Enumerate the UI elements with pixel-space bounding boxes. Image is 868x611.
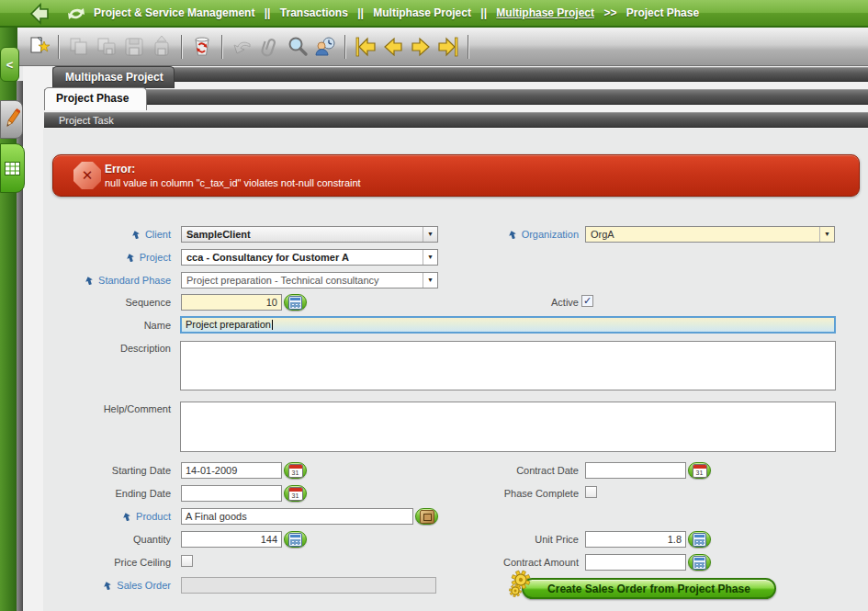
first-record-icon[interactable]	[354, 35, 378, 59]
standard-phase-dropdown[interactable]: Project preparation - Technical consulta…	[181, 272, 438, 289]
client-label: Client	[42, 227, 171, 243]
unit-price-calculator-button[interactable]	[688, 531, 711, 548]
unit-price-label: Unit Price	[450, 532, 579, 548]
quantity-calculator-button[interactable]	[284, 531, 307, 548]
back-icon[interactable]	[28, 3, 52, 25]
calculator-icon	[693, 556, 706, 570]
refresh-icon[interactable]	[64, 3, 88, 25]
error-message: null value in column "c_tax_id" violates…	[105, 177, 361, 188]
help-comment-label: Help/Comment	[42, 402, 171, 417]
breadcrumb-menu: Project & Service Management	[94, 6, 254, 19]
client-dropdown[interactable]: SampleClient ▼	[181, 226, 438, 243]
toolbar-separator	[181, 35, 183, 59]
next-record-icon[interactable]	[409, 35, 433, 59]
sequence-calculator-button[interactable]	[284, 294, 307, 311]
breadcrumb-parent-tab-link[interactable]: Multiphase Project	[496, 6, 594, 19]
copy-record-icon	[67, 35, 91, 59]
calendar-icon: 31	[288, 464, 303, 478]
last-record-icon[interactable]	[436, 35, 460, 59]
zoom-field-icon	[132, 231, 140, 239]
check-icon: ✓	[583, 295, 592, 306]
sequence-label: Sequence	[42, 295, 171, 311]
error-banner: ✕ Error: null value in column "c_tax_id"…	[52, 154, 860, 197]
chevron-down-icon: ▼	[819, 227, 834, 242]
grid-icon	[5, 162, 20, 175]
sidebar-tab-edit[interactable]	[0, 100, 23, 139]
product-label: Product	[42, 509, 171, 525]
sidebar-tab-grid-view[interactable]	[0, 143, 25, 193]
toolbar-separator	[468, 35, 469, 59]
parent-tab-bar	[52, 67, 868, 82]
active-checkbox[interactable]: ✓	[581, 295, 593, 307]
price-ceiling-checkbox[interactable]	[181, 555, 193, 567]
breadcrumb-transactions: Transactions	[280, 6, 348, 19]
chevron-down-icon: ▼	[423, 273, 437, 288]
create-sales-order-button[interactable]: Create Sales Order from Project Phase	[522, 578, 776, 599]
chevron-left-icon: <	[6, 58, 14, 72]
error-title: Error:	[105, 163, 135, 175]
calculator-icon	[693, 533, 706, 547]
ending-date-calendar-button[interactable]: 31	[284, 485, 307, 502]
toolbar-separator	[344, 35, 346, 59]
chevron-down-icon: ▼	[423, 227, 437, 242]
quantity-label: Quantity	[42, 532, 171, 548]
phase-complete-checkbox[interactable]	[585, 486, 597, 498]
product-input[interactable]: A Final goods	[181, 508, 413, 525]
breadcrumb-current-tab: Project Phase	[626, 6, 699, 19]
zoom-icon[interactable]	[286, 35, 310, 59]
tab-project-phase[interactable]: Project Phase	[44, 87, 147, 110]
product-lookup-button[interactable]	[415, 508, 438, 525]
price-ceiling-label: Price Ceiling	[42, 555, 171, 571]
help-comment-textarea[interactable]	[180, 402, 836, 452]
zoom-field-icon	[123, 513, 130, 521]
starting-date-input[interactable]: 14-01-2009	[181, 462, 282, 479]
contract-date-calendar-button[interactable]: 31	[688, 462, 711, 479]
application-window: Project & Service Management || Transact…	[0, 0, 868, 611]
attachment-icon[interactable]	[258, 35, 282, 59]
zoom-field-icon	[127, 254, 134, 262]
contract-date-input[interactable]	[585, 462, 686, 479]
sales-order-label: Sales Order	[42, 578, 171, 594]
contract-amount-calculator-button[interactable]	[688, 554, 711, 571]
project-dropdown[interactable]: cca - Consultancy for Customer A ▼	[181, 249, 438, 266]
zoom-field-icon	[104, 582, 111, 590]
zoom-field-icon	[85, 277, 93, 285]
error-icon: ✕	[73, 162, 101, 189]
organization-dropdown[interactable]: OrgA ▼	[585, 226, 835, 243]
organization-label: Organization	[450, 227, 579, 243]
ending-date-input[interactable]	[181, 485, 282, 502]
sales-order-input	[181, 577, 436, 594]
calculator-icon	[288, 296, 302, 310]
description-textarea[interactable]	[180, 341, 836, 390]
starting-date-calendar-button[interactable]: 31	[284, 462, 307, 479]
name-input[interactable]: Project preparation	[180, 316, 836, 334]
chevron-down-icon: ▼	[423, 250, 437, 265]
collapse-panel-button[interactable]: <	[0, 47, 19, 82]
project-label: Project	[42, 250, 171, 266]
active-tab-bar	[44, 89, 868, 105]
tab-multiphase-project[interactable]: Multiphase Project	[52, 66, 175, 88]
contract-date-label: Contract Date	[450, 463, 579, 479]
new-record-icon[interactable]	[27, 35, 51, 59]
calendar-icon: 31	[693, 464, 707, 478]
toolbar	[0, 28, 868, 66]
text-caret	[272, 320, 273, 330]
process-gears-icon	[507, 568, 538, 599]
delete-record-icon[interactable]	[190, 35, 214, 59]
zoom-field-icon	[509, 231, 516, 239]
starting-date-label: Starting Date	[42, 463, 171, 479]
tab-project-task[interactable]: Project Task	[44, 112, 868, 128]
contract-amount-input[interactable]	[585, 554, 686, 571]
standard-phase-label: Standard Phase	[42, 273, 171, 289]
undo-changes-icon	[150, 35, 174, 59]
sequence-input[interactable]: 10	[181, 294, 282, 311]
toolbar-separator	[58, 35, 60, 59]
change-history-icon[interactable]	[313, 35, 337, 59]
calendar-icon: 31	[288, 487, 303, 501]
calculator-icon	[288, 533, 302, 547]
toolbar-separator	[221, 35, 223, 59]
quantity-input[interactable]: 144	[181, 531, 282, 548]
unit-price-input[interactable]: 1.8	[585, 531, 686, 548]
breadcrumb-window: Multiphase Project	[373, 6, 471, 19]
previous-record-icon[interactable]	[381, 35, 405, 59]
